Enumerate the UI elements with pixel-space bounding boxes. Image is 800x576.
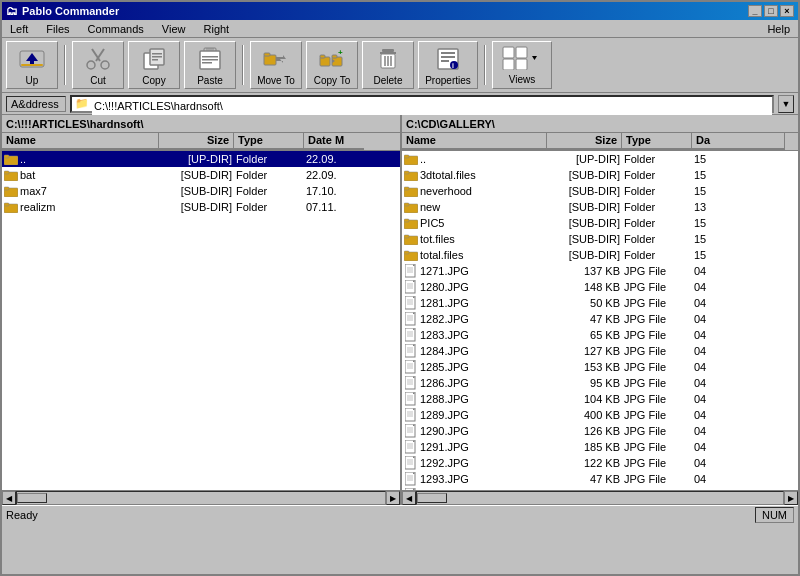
close-button[interactable]: × bbox=[780, 5, 794, 17]
right-scroll-right[interactable]: ▶ bbox=[784, 491, 798, 505]
left-col-size[interactable]: Size bbox=[159, 133, 234, 150]
right-col-type[interactable]: Type bbox=[622, 133, 692, 150]
paste-button[interactable]: Paste bbox=[184, 41, 236, 89]
left-col-date[interactable]: Date M bbox=[304, 133, 364, 150]
svg-rect-28 bbox=[382, 49, 394, 52]
svg-rect-42 bbox=[503, 59, 514, 70]
left-file-row[interactable]: realizm [SUB-DIR] Folder 07.11. bbox=[2, 199, 400, 215]
right-file-row[interactable]: 1280.JPG 148 KB JPG File 04 bbox=[402, 279, 798, 295]
cut-label: Cut bbox=[90, 75, 106, 86]
cut-button[interactable]: Cut bbox=[72, 41, 124, 89]
svg-rect-46 bbox=[4, 155, 9, 158]
menu-left[interactable]: Left bbox=[6, 22, 32, 36]
maximize-button[interactable]: □ bbox=[764, 5, 778, 17]
paste-icon bbox=[194, 45, 226, 73]
right-panel-content: .. [UP-DIR] Folder 15 3dtotal.files [SUB… bbox=[402, 151, 798, 490]
right-scroll-left[interactable]: ◀ bbox=[402, 491, 416, 505]
svg-rect-23 bbox=[320, 55, 325, 58]
views-label: Views bbox=[509, 74, 536, 85]
right-file-row[interactable]: 1291.JPG 185 KB JPG File 04 bbox=[402, 439, 798, 455]
file-icon bbox=[404, 392, 418, 406]
paste-label: Paste bbox=[197, 75, 223, 86]
menu-view[interactable]: View bbox=[158, 22, 190, 36]
right-file-row[interactable]: 1271.JPG 137 KB JPG File 04 bbox=[402, 263, 798, 279]
right-file-row[interactable]: 1288.JPG 104 KB JPG File 04 bbox=[402, 391, 798, 407]
file-icon bbox=[4, 152, 18, 166]
address-dropdown-button[interactable]: ▼ bbox=[778, 95, 794, 113]
file-icon bbox=[404, 200, 418, 214]
right-panel-header: Name Size Type Da bbox=[402, 133, 798, 151]
status-indicators: NUM bbox=[755, 507, 794, 523]
left-scroll-left[interactable]: ◀ bbox=[2, 491, 16, 505]
right-file-row[interactable]: 1290.JPG 126 KB JPG File 04 bbox=[402, 423, 798, 439]
right-file-row[interactable]: 1284.JPG 127 KB JPG File 04 bbox=[402, 343, 798, 359]
moveto-button[interactable]: Move To bbox=[250, 41, 302, 89]
properties-icon: i bbox=[432, 45, 464, 73]
up-label: Up bbox=[26, 75, 39, 86]
right-file-row[interactable]: 3dtotal.files [SUB-DIR] Folder 15 bbox=[402, 167, 798, 183]
right-file-row[interactable]: PIC5 [SUB-DIR] Folder 15 bbox=[402, 215, 798, 231]
right-col-date[interactable]: Da bbox=[692, 133, 784, 150]
status-bar: Ready NUM bbox=[2, 505, 798, 523]
left-col-type[interactable]: Type bbox=[234, 133, 304, 150]
minimize-button[interactable]: _ bbox=[748, 5, 762, 17]
left-file-row[interactable]: max7 [SUB-DIR] Folder 17.10. bbox=[2, 183, 400, 199]
panels-area: C:\!!!ARTICLES\hardnsoft\ Name Size Type… bbox=[2, 115, 798, 505]
left-scrollbar-track[interactable] bbox=[16, 491, 386, 505]
right-file-row[interactable]: neverhood [SUB-DIR] Folder 15 bbox=[402, 183, 798, 199]
file-icon bbox=[4, 200, 18, 214]
right-file-row[interactable]: .. [UP-DIR] Folder 15 bbox=[402, 151, 798, 167]
svg-rect-41 bbox=[516, 47, 527, 58]
right-file-row[interactable]: 1282.JPG 47 KB JPG File 04 bbox=[402, 311, 798, 327]
right-file-row[interactable]: 1283.JPG 65 KB JPG File 04 bbox=[402, 327, 798, 343]
address-label: A&ddress bbox=[6, 96, 66, 112]
copy-button[interactable]: Copy bbox=[128, 41, 180, 89]
right-scrollbar-track[interactable] bbox=[416, 491, 784, 505]
svg-rect-35 bbox=[441, 52, 455, 54]
left-file-row[interactable]: .. [UP-DIR] Folder 22.09. bbox=[2, 151, 400, 167]
toolbar: Up Cut Copy bbox=[2, 38, 798, 93]
svg-rect-3 bbox=[21, 64, 43, 66]
svg-rect-48 bbox=[4, 171, 9, 174]
menu-help[interactable]: Help bbox=[763, 22, 794, 36]
views-button[interactable]: Views bbox=[492, 41, 552, 89]
left-col-name[interactable]: Name bbox=[2, 133, 159, 150]
status-text: Ready bbox=[6, 509, 38, 521]
file-icon bbox=[4, 168, 18, 182]
svg-rect-18 bbox=[202, 62, 212, 64]
up-button[interactable]: Up bbox=[6, 41, 58, 89]
menu-files[interactable]: Files bbox=[42, 22, 73, 36]
left-panel-path: C:\!!!ARTICLES\hardnsoft\ bbox=[2, 115, 400, 133]
delete-button[interactable]: Delete bbox=[362, 41, 414, 89]
right-file-row[interactable]: 1286.JPG 95 KB JPG File 04 bbox=[402, 375, 798, 391]
copyto-button[interactable]: + Copy To bbox=[306, 41, 358, 89]
svg-rect-50 bbox=[4, 187, 9, 190]
left-scroll-right[interactable]: ▶ bbox=[386, 491, 400, 505]
views-icon bbox=[502, 46, 542, 72]
address-input[interactable] bbox=[92, 97, 772, 115]
right-file-row[interactable]: total.files [SUB-DIR] Folder 15 bbox=[402, 247, 798, 263]
right-file-row[interactable]: 1289.JPG 400 KB JPG File 04 bbox=[402, 407, 798, 423]
right-file-row[interactable]: 1285.JPG 153 KB JPG File 04 bbox=[402, 359, 798, 375]
svg-rect-56 bbox=[404, 171, 409, 174]
copyto-icon: + bbox=[316, 45, 348, 73]
right-file-row[interactable]: new [SUB-DIR] Folder 13 bbox=[402, 199, 798, 215]
right-file-row[interactable]: tot.files [SUB-DIR] Folder 15 bbox=[402, 231, 798, 247]
right-file-row[interactable]: 1281.JPG 50 KB JPG File 04 bbox=[402, 295, 798, 311]
toolbar-sep-2 bbox=[242, 45, 244, 85]
properties-button[interactable]: i Properties bbox=[418, 41, 478, 89]
menu-right[interactable]: Right bbox=[200, 22, 234, 36]
left-file-row[interactable]: bat [SUB-DIR] Folder 22.09. bbox=[2, 167, 400, 183]
menu-bar: Left Files Commands View Right Help bbox=[2, 20, 798, 38]
right-panel-path: C:\CD\GALLERY\ bbox=[402, 115, 798, 133]
menu-commands[interactable]: Commands bbox=[84, 22, 148, 36]
right-col-name[interactable]: Name bbox=[402, 133, 547, 150]
right-file-row[interactable]: 1293.JPG 47 KB JPG File 04 bbox=[402, 471, 798, 487]
file-icon bbox=[404, 296, 418, 310]
right-col-size[interactable]: Size bbox=[547, 133, 622, 150]
address-bar: A&ddress 📁 ▼ bbox=[2, 93, 798, 115]
svg-rect-17 bbox=[202, 59, 218, 61]
right-file-row[interactable]: 1292.JPG 122 KB JPG File 04 bbox=[402, 455, 798, 471]
delete-icon bbox=[372, 45, 404, 73]
svg-rect-54 bbox=[404, 155, 409, 158]
